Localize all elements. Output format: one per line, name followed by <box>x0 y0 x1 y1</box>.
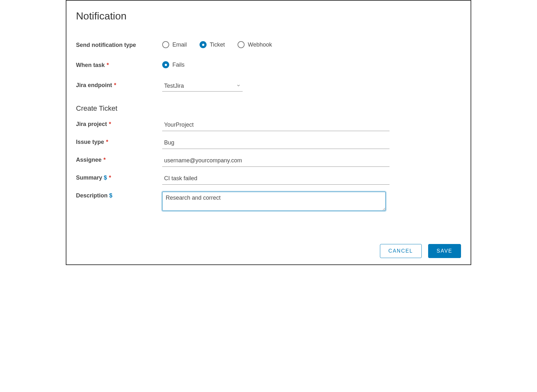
radio-webhook[interactable]: Webhook <box>238 41 272 48</box>
label-description: Description $ <box>76 192 162 199</box>
control-issue-type <box>162 138 461 149</box>
page-title: Notification <box>76 10 461 22</box>
label-text-assignee: Assignee <box>76 157 102 163</box>
required-icon: * <box>114 82 116 89</box>
row-jira-endpoint: Jira endpoint * TestJira <box>76 81 461 92</box>
label-jira-project: Jira project * <box>76 120 162 128</box>
label-notification-type: Send notification type <box>76 41 162 48</box>
row-notification-type: Send notification type Email Ticket Webh… <box>76 41 461 48</box>
button-row: CANCEL SAVE <box>76 244 461 258</box>
row-jira-project: Jira project * <box>76 120 461 131</box>
label-issue-type: Issue type * <box>76 138 162 145</box>
row-issue-type: Issue type * <box>76 138 461 149</box>
summary-input[interactable] <box>162 174 390 185</box>
required-icon: * <box>107 62 109 69</box>
cancel-button[interactable]: CANCEL <box>380 244 422 258</box>
control-description <box>162 192 461 212</box>
label-when-task: When task * <box>76 61 162 69</box>
label-text-description: Description <box>76 192 108 199</box>
chevron-down-icon <box>236 83 241 89</box>
required-icon: * <box>109 121 111 128</box>
radio-label-email: Email <box>172 41 187 48</box>
dollar-icon: $ <box>104 174 107 181</box>
control-jira-endpoint: TestJira <box>162 81 461 92</box>
dollar-icon: $ <box>109 192 112 199</box>
save-button[interactable]: SAVE <box>428 244 461 258</box>
radio-circle-icon <box>162 41 169 48</box>
required-icon: * <box>109 174 111 181</box>
jira-endpoint-select[interactable]: TestJira <box>162 81 243 92</box>
radio-label-fails: Fails <box>172 62 185 68</box>
radio-label-webhook: Webhook <box>248 41 272 48</box>
label-text-when-task: When task <box>76 62 105 69</box>
label-text-jira-endpoint: Jira endpoint <box>76 82 112 89</box>
notification-dialog: Notification Send notification type Emai… <box>66 0 471 265</box>
radio-group-notification-type: Email Ticket Webhook <box>162 41 461 48</box>
label-text-summary: Summary <box>76 174 102 181</box>
jira-endpoint-value: TestJira <box>164 83 184 89</box>
required-icon: * <box>106 139 108 145</box>
radio-circle-selected-icon <box>162 61 169 68</box>
control-jira-project <box>162 120 461 131</box>
row-summary: Summary $ * <box>76 174 461 185</box>
row-when-task: When task * Fails <box>76 61 461 69</box>
subheading-create-ticket: Create Ticket <box>76 104 461 113</box>
label-text-issue-type: Issue type <box>76 139 104 145</box>
description-textarea[interactable] <box>162 192 386 211</box>
jira-project-input[interactable] <box>162 120 390 131</box>
radio-circle-icon <box>238 41 245 48</box>
label-summary: Summary $ * <box>76 174 162 181</box>
radio-fails[interactable]: Fails <box>162 61 185 68</box>
row-assignee: Assignee * <box>76 156 461 167</box>
label-assignee: Assignee * <box>76 156 162 163</box>
control-summary <box>162 174 461 185</box>
label-text-jira-project: Jira project <box>76 121 107 128</box>
radio-circle-selected-icon <box>200 41 207 48</box>
assignee-input[interactable] <box>162 156 390 167</box>
required-icon: * <box>103 157 106 163</box>
radio-ticket[interactable]: Ticket <box>200 41 225 48</box>
radio-label-ticket: Ticket <box>210 41 225 48</box>
row-description: Description $ <box>76 192 461 212</box>
issue-type-input[interactable] <box>162 138 390 149</box>
radio-group-when-task: Fails <box>162 61 461 68</box>
label-jira-endpoint: Jira endpoint * <box>76 81 162 89</box>
label-text-notification-type: Send notification type <box>76 42 136 48</box>
control-assignee <box>162 156 461 167</box>
radio-email[interactable]: Email <box>162 41 187 48</box>
